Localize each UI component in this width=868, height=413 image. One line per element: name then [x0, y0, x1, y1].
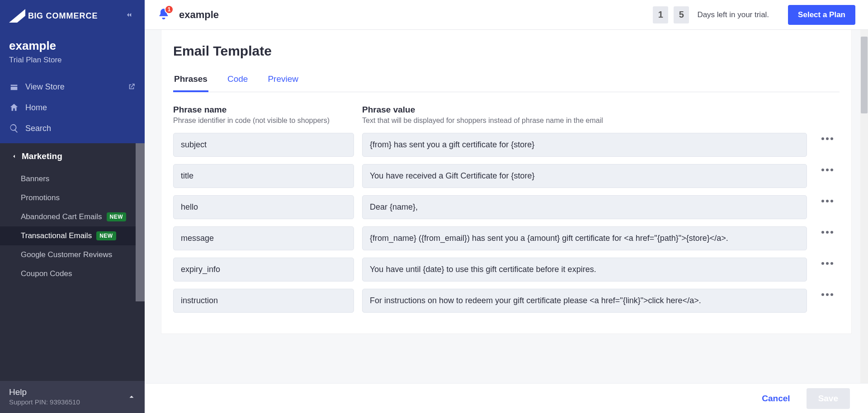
sidebar-item-label: Transactional Emails	[21, 231, 92, 240]
phrase-row: titleYou have received a Gift Certificat…	[173, 164, 840, 188]
phrase-row: expiry_infoYou have until {date} to use …	[173, 258, 840, 282]
help-title: Help	[9, 387, 80, 397]
sidebar-item-label: Coupon Codes	[21, 269, 72, 278]
bigcommerce-logo-icon	[9, 9, 27, 23]
store-icon	[9, 82, 19, 92]
primary-nav: View Store Home Search	[0, 74, 145, 143]
email-template-card: Email Template PhrasesCodePreview Phrase…	[161, 30, 852, 334]
sidebar-item[interactable]: Banners	[0, 169, 145, 188]
phrase-row: helloDear {name},	[173, 195, 840, 219]
store-name: example	[9, 39, 136, 53]
phrase-row: message{from_name} ({from_email}) has se…	[173, 226, 840, 250]
nav-search-label: Search	[25, 124, 51, 133]
sidebar-item-label: Banners	[21, 174, 49, 183]
row-actions-button[interactable]	[815, 289, 840, 296]
header: 1 example 1 5 Days left in your trial. S…	[145, 0, 868, 30]
nav-search[interactable]: Search	[0, 118, 145, 139]
phrase-value-subheading: Text that will be displayed for shoppers…	[362, 117, 807, 125]
sidebar-item[interactable]: Coupon Codes	[0, 264, 145, 283]
save-button[interactable]: Save	[807, 388, 850, 409]
external-link-icon	[127, 83, 136, 91]
sidebar-item[interactable]: Promotions	[0, 188, 145, 207]
main: 1 example 1 5 Days left in your trial. S…	[145, 0, 868, 413]
tab[interactable]: Preview	[267, 74, 299, 92]
select-plan-button[interactable]: Select a Plan	[788, 5, 855, 25]
column-headers: Phrase name Phrase identifier in code (n…	[173, 105, 840, 133]
trial-text: Days left in your trial.	[697, 10, 769, 19]
phrase-value-cell[interactable]: You have received a Gift Certificate for…	[362, 164, 807, 188]
sidebar-item-label: Google Customer Reviews	[21, 250, 112, 259]
content-scrollbar-track[interactable]	[860, 30, 868, 383]
phrase-name-subheading: Phrase identifier in code (not visible t…	[173, 117, 354, 125]
brand-logo[interactable]: BIGCOMMERCE	[9, 9, 98, 23]
page-title: Email Template	[173, 43, 840, 59]
chevron-up-icon	[127, 393, 136, 401]
phrase-value-heading: Phrase value	[362, 105, 807, 115]
more-icon	[821, 293, 833, 296]
row-actions-button[interactable]	[815, 133, 840, 140]
sidebar-item-label: Abandoned Cart Emails	[21, 212, 102, 221]
phrase-row: instructionFor instructions on how to re…	[173, 289, 840, 313]
cancel-button[interactable]: Cancel	[756, 389, 795, 408]
section-sub-list: BannersPromotionsAbandoned Cart EmailsNE…	[0, 169, 145, 288]
sidebar-item[interactable]: Transactional EmailsNEW	[0, 226, 145, 245]
content-area: Email Template PhrasesCodePreview Phrase…	[145, 30, 868, 383]
sidebar-section: Marketing BannersPromotionsAbandoned Car…	[0, 143, 145, 381]
sidebar-item-label: Promotions	[21, 193, 60, 202]
brand-text: COMMERCE	[46, 11, 98, 21]
header-title: example	[179, 9, 219, 21]
help-footer[interactable]: Help Support PIN: 93936510	[0, 381, 145, 413]
notifications-button[interactable]: 1	[157, 8, 170, 22]
sidebar-item[interactable]: Abandoned Cart EmailsNEW	[0, 207, 145, 226]
search-icon	[9, 123, 19, 133]
footer: Cancel Save	[145, 383, 868, 413]
content-scrollbar-thumb[interactable]	[861, 37, 868, 113]
phrase-value-cell[interactable]: For instructions on how to redeem your g…	[362, 289, 807, 313]
row-actions-button[interactable]	[815, 164, 840, 171]
row-actions-button[interactable]	[815, 226, 840, 234]
phrase-name-cell[interactable]: instruction	[173, 289, 354, 313]
phrase-name-cell[interactable]: hello	[173, 195, 354, 219]
notifications-count: 1	[165, 5, 174, 14]
tab[interactable]: Code	[226, 74, 249, 92]
more-icon	[821, 200, 833, 202]
chevron-double-left-icon	[125, 10, 134, 19]
more-icon	[821, 137, 833, 140]
sidebar: BIGCOMMERCE example Trial Plan Store Vie…	[0, 0, 145, 413]
phrase-value-cell[interactable]: {from_name} ({from_email}) has sent you …	[362, 226, 807, 250]
phrase-name-cell[interactable]: message	[173, 226, 354, 250]
row-actions-button[interactable]	[815, 258, 840, 265]
phrase-name-cell[interactable]: expiry_info	[173, 258, 354, 282]
trial-digit-2: 5	[674, 6, 689, 23]
sidebar-collapse-button[interactable]	[125, 10, 134, 21]
sidebar-item[interactable]: Google Customer Reviews	[0, 245, 145, 264]
nav-home-label: Home	[25, 103, 47, 113]
phrase-value-cell[interactable]: You have until {date} to use this gift c…	[362, 258, 807, 282]
phrase-value-cell[interactable]: Dear {name},	[362, 195, 807, 219]
phrase-name-cell[interactable]: subject	[173, 133, 354, 157]
nav-view-store[interactable]: View Store	[0, 76, 145, 97]
row-actions-button[interactable]	[815, 195, 840, 202]
phrase-name-cell[interactable]: title	[173, 164, 354, 188]
phrase-rows: subject{from} has sent you a gift certif…	[173, 133, 840, 313]
home-icon	[9, 103, 19, 113]
store-plan: Trial Plan Store	[9, 56, 136, 65]
tab[interactable]: Phrases	[173, 74, 208, 92]
phrase-name-heading: Phrase name	[173, 105, 354, 115]
phrase-value-cell[interactable]: {from} has sent you a gift certificate f…	[362, 133, 807, 157]
phrase-row: subject{from} has sent you a gift certif…	[173, 133, 840, 157]
help-pin: Support PIN: 93936510	[9, 398, 80, 406]
sidebar-scrollbar-thumb[interactable]	[136, 143, 145, 301]
section-header-marketing[interactable]: Marketing	[0, 143, 145, 169]
new-badge: NEW	[107, 212, 127, 221]
more-icon	[821, 231, 833, 234]
section-title: Marketing	[22, 151, 62, 161]
more-icon	[821, 169, 833, 171]
nav-view-store-label: View Store	[25, 82, 65, 92]
trial-digit-1: 1	[653, 6, 668, 23]
tabs: PhrasesCodePreview	[173, 74, 840, 92]
trial-countdown: 1 5 Days left in your trial.	[653, 6, 769, 23]
store-info: example Trial Plan Store	[0, 27, 145, 74]
more-icon	[821, 262, 833, 265]
nav-home[interactable]: Home	[0, 97, 145, 118]
